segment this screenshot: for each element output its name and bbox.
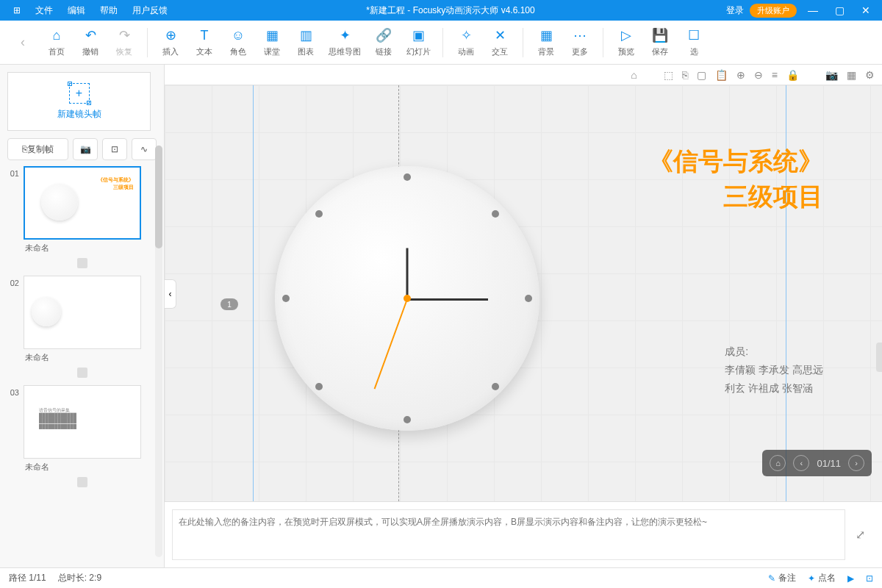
class-button[interactable]: ▦课堂 (255, 24, 289, 60)
copy-icon[interactable]: ⎘ (682, 69, 688, 81)
duration-status: 总时长: 2:9 (58, 572, 101, 584)
redo-button[interactable]: ↷恢复 (107, 24, 141, 60)
minimize-icon[interactable]: — (803, 4, 823, 16)
select-button[interactable]: ☐选 (677, 24, 711, 60)
titlebar: ⊞ 文件 编辑 帮助 用户反馈 *新建工程 - Focusky动画演示大师 v4… (0, 0, 882, 21)
link-button[interactable]: 🔗链接 (367, 24, 401, 60)
qr-button[interactable]: ⊡ (102, 138, 127, 160)
background-button[interactable]: ▦背景 (529, 24, 563, 60)
upgrade-button[interactable]: 升级账户 (750, 4, 797, 18)
thumbnails-list: 01 《信号与系统》三级项目 未命名 02 未命名 03 语音信号的采集██ (0, 166, 164, 567)
grid-icon[interactable]: ▦ (847, 69, 856, 81)
mindmap-button[interactable]: ✦思维导图 (323, 24, 367, 60)
transition-icon[interactable] (77, 368, 87, 378)
rollcall-button[interactable]: ✦点名 (808, 572, 836, 584)
maximize-icon[interactable]: ▢ (829, 4, 850, 16)
slide-title[interactable]: 《信号与系统》 三级项目 (648, 144, 823, 214)
transition-icon[interactable] (77, 258, 87, 268)
members-text[interactable]: 成员: 李倩颖 李承发 高思远 利玄 许祖成 张智涵 (725, 343, 823, 398)
window-title: *新建工程 - Focusky动画演示大师 v4.6.100 (175, 4, 726, 17)
screen-icon[interactable]: ⊡ (866, 573, 873, 584)
lock-icon[interactable]: 🔒 (786, 69, 799, 81)
plus-icon: + (69, 83, 90, 104)
thumb-01[interactable]: 01 《信号与系统》三级项目 未命名 (4, 166, 164, 273)
preview-button[interactable]: ▷预览 (609, 24, 643, 60)
nav-overlay: ⌂ ‹ 01/11 › (762, 450, 872, 476)
interact-button[interactable]: ✕交互 (483, 24, 517, 60)
more-button[interactable]: ⋯更多 (563, 24, 597, 60)
menu-help[interactable]: 帮助 (93, 4, 125, 17)
frames-sidebar: + 新建镜头帧 ⎘ 复制帧 📷 ⊡ ∿ 01 《信号与系统》三级项目 未命名 0… (0, 65, 165, 567)
statusbar: 路径 1/11 总时长: 2:9 ✎备注 ✦点名 ▶ ⊡ (0, 567, 882, 588)
clipboard-icon[interactable]: 📋 (715, 69, 728, 81)
frame-marker[interactable]: 1 (220, 298, 238, 310)
nav-prev-icon[interactable]: ‹ (793, 455, 809, 471)
collapse-sidebar-button[interactable]: ‹ (165, 279, 176, 309)
notes-panel: ⤢ (165, 501, 882, 567)
text-button[interactable]: T文本 (187, 24, 221, 60)
menu-edit[interactable]: 编辑 (60, 4, 93, 17)
transition-icon[interactable] (77, 477, 87, 487)
right-panel-handle[interactable] (876, 343, 882, 372)
menu-feedback[interactable]: 用户反馈 (125, 4, 175, 17)
wave-button[interactable]: ∿ (132, 138, 157, 160)
zoom-in-icon[interactable]: ⊕ (736, 69, 745, 81)
notes-input[interactable] (172, 509, 845, 560)
frame-icon[interactable]: ⬚ (664, 69, 673, 81)
home-icon[interactable]: ⌂ (631, 69, 637, 81)
menu-file[interactable]: 文件 (28, 4, 60, 17)
home-button[interactable]: ⌂首页 (40, 24, 74, 60)
clock-graphic[interactable] (275, 166, 539, 431)
nav-left-button[interactable]: ‹ (6, 32, 40, 54)
undo-button[interactable]: ↶撤销 (74, 24, 107, 60)
settings-icon[interactable]: ⚙ (865, 69, 875, 81)
nav-counter: 01/11 (817, 458, 841, 469)
animation-button[interactable]: ✧动画 (449, 24, 483, 60)
save-button[interactable]: 💾保存 (643, 24, 677, 60)
role-button[interactable]: ☺角色 (221, 24, 255, 60)
zoom-out-icon[interactable]: ⊖ (754, 69, 763, 81)
app-icon[interactable]: ⊞ (6, 5, 28, 15)
sidebar-scrollbar[interactable] (155, 146, 162, 557)
notes-toggle-button[interactable]: ✎备注 (768, 572, 796, 584)
expand-notes-icon[interactable]: ⤢ (845, 509, 875, 560)
main-toolbar: ‹ ⌂首页 ↶撤销 ↷恢复 ⊕插入 T文本 ☺角色 ▦课堂 ▥图表 ✦思维导图 … (0, 21, 882, 65)
slide-button[interactable]: ▣幻灯片 (401, 24, 437, 60)
canvas-area: ⌂ ⬚ ⎘ ▢ 📋 ⊕ ⊖ ≡ 🔒 📷 ▦ ⚙ 1 (165, 65, 882, 567)
close-icon[interactable]: ✕ (856, 4, 876, 16)
thumb-03[interactable]: 03 语音信号的采集██████████████████████████████… (4, 385, 164, 492)
canvas[interactable]: 1 《信号与系统》 三级项目 成员: 李倩颖 李承发 高思远 利 (165, 85, 882, 567)
login-link[interactable]: 登录 (726, 4, 744, 17)
thumb-02[interactable]: 02 未命名 (4, 276, 164, 382)
present-icon[interactable]: ▶ (847, 573, 854, 584)
chart-button[interactable]: ▥图表 (289, 24, 323, 60)
nav-next-icon[interactable]: › (848, 455, 864, 471)
canvas-toolbar: ⌂ ⬚ ⎘ ▢ 📋 ⊕ ⊖ ≡ 🔒 📷 ▦ ⚙ (165, 65, 882, 85)
new-frame-button[interactable]: + 新建镜头帧 (7, 72, 151, 131)
paste-icon[interactable]: ▢ (697, 69, 706, 81)
align-icon[interactable]: ≡ (772, 69, 778, 81)
copy-frame-button[interactable]: ⎘ 复制帧 (7, 138, 68, 160)
path-status: 路径 1/11 (9, 572, 46, 584)
nav-home-icon[interactable]: ⌂ (770, 455, 786, 471)
camera-button[interactable]: 📷 (73, 138, 98, 160)
insert-button[interactable]: ⊕插入 (154, 24, 187, 60)
screenshot-icon[interactable]: 📷 (825, 69, 838, 81)
